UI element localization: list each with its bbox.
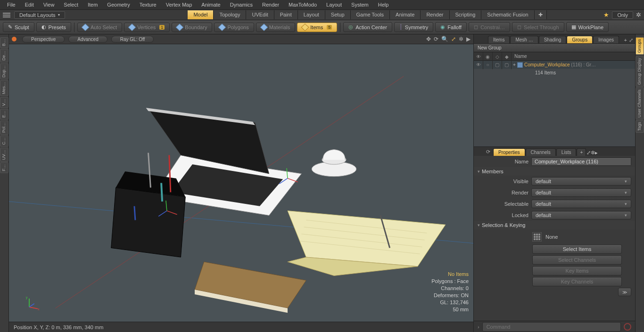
name-field[interactable] — [531, 157, 631, 166]
members-section[interactable]: Members — [474, 167, 635, 176]
move-icon[interactable]: ✥ — [426, 36, 431, 42]
gear-icon[interactable]: ✲ — [636, 11, 641, 18]
next-icon[interactable]: ▶ — [466, 36, 471, 42]
strip-groups[interactable]: Groups — [636, 37, 644, 55]
vertices-button[interactable]: Vertices1 — [124, 23, 170, 32]
materials-button[interactable]: Materials — [256, 23, 296, 32]
menu-animate[interactable]: Animate — [197, 1, 224, 8]
selectable-dropdown[interactable]: default — [531, 200, 631, 208]
tab-model[interactable]: Model — [188, 10, 214, 19]
expand-icon[interactable]: ⤢ — [629, 37, 633, 43]
rtab-images[interactable]: Images — [593, 36, 619, 43]
zoom-icon[interactable]: 🔍 — [441, 36, 448, 42]
viewport-3d[interactable]: No Items Polygons : Face Channels: 0 Def… — [9, 44, 473, 322]
key-items-button[interactable]: Key Items — [532, 266, 622, 275]
row-select-icon[interactable]: ▢ — [493, 61, 502, 69]
selection-none[interactable]: None — [532, 232, 631, 242]
menu-maxtomodo[interactable]: MaxToModo — [284, 1, 321, 8]
new-group-button[interactable]: New Group — [474, 44, 635, 52]
strip-tags[interactable]: Tags — [636, 120, 644, 133]
action-center-button[interactable]: ◎Action Center — [343, 22, 392, 32]
selkey-section[interactable]: Selection & Keying — [474, 221, 635, 229]
strip-group-display[interactable]: Group Display — [636, 56, 644, 87]
strip-f[interactable]: F… — [0, 162, 8, 173]
tab-paint[interactable]: Paint — [274, 10, 298, 19]
tab-layout[interactable]: Layout — [298, 10, 325, 19]
key-channels-button[interactable]: Key Channels — [532, 277, 622, 286]
sculpt-button[interactable]: ✎Sculpt — [3, 22, 34, 32]
menu-select[interactable]: Select — [59, 1, 83, 8]
ptab-lists[interactable]: Lists — [556, 148, 577, 156]
tab-gametools[interactable]: Game Tools — [351, 10, 390, 19]
select-items-button[interactable]: Select Items — [532, 244, 622, 254]
menu-view[interactable]: View — [39, 1, 59, 8]
tab-uvedit[interactable]: UVEdit — [246, 10, 274, 19]
workplane-button[interactable]: ▦WorkPlane — [566, 22, 609, 32]
col-select-icon[interactable]: ◇ — [493, 52, 502, 61]
rtab-mesh[interactable]: Mesh … — [510, 36, 538, 43]
menu-help[interactable]: Help — [374, 1, 393, 8]
items-list[interactable]: 👁 ○ ▢ ▢ + Computer_Workplace (116) : Gr…… — [474, 61, 635, 146]
col-lock-icon[interactable]: ◆ — [502, 52, 512, 61]
ptab-add[interactable]: + — [577, 148, 586, 156]
menu-layout[interactable]: Layout — [322, 1, 346, 8]
auto-select-button[interactable]: Auto Select — [77, 23, 122, 32]
fit-icon[interactable]: ⤢ — [451, 36, 456, 42]
locked-dropdown[interactable]: default — [531, 211, 631, 219]
layout-menu-icon[interactable] — [3, 13, 10, 17]
menu-dynamics[interactable]: Dynamics — [226, 1, 257, 8]
rtab-items[interactable]: Items — [488, 36, 510, 43]
tab-animate[interactable]: Animate — [390, 10, 421, 19]
tab-scripting[interactable]: Scripting — [450, 10, 482, 19]
col-render-icon[interactable]: ◉ — [483, 52, 493, 61]
menu-file[interactable]: File — [3, 1, 20, 8]
strip-deform[interactable]: De… — [0, 49, 8, 63]
items-button[interactable]: Items5 — [297, 23, 337, 32]
select-channels-button[interactable]: Select Channels — [532, 255, 622, 265]
tab-setup[interactable]: Setup — [325, 10, 351, 19]
viewport-mode-dropdown[interactable]: Perspective — [22, 36, 65, 43]
expand-icon[interactable]: ⤢ — [586, 150, 591, 155]
axis-widget[interactable]: y x — [25, 294, 42, 311]
forward-button[interactable]: ≫ — [618, 288, 631, 296]
ptab-channels[interactable]: Channels — [526, 148, 556, 156]
menu-geometry[interactable]: Geometry — [103, 1, 134, 8]
tab-schematic[interactable]: Schematic Fusion — [481, 10, 534, 19]
expand-icon[interactable]: + — [512, 62, 517, 67]
rotate-icon[interactable]: ⟳ — [434, 36, 438, 42]
gear-icon[interactable]: ✲ — [591, 150, 595, 155]
strip-user-channels[interactable]: User Channels — [636, 88, 644, 120]
layouts-dropdown[interactable]: Default Layouts▾ — [14, 11, 65, 19]
tab-add[interactable]: ✚ — [535, 10, 547, 19]
tab-render[interactable]: Render — [421, 10, 449, 19]
only-toggle[interactable]: Only — [612, 11, 633, 19]
command-input[interactable] — [482, 322, 621, 332]
record-icon[interactable] — [624, 323, 631, 331]
viewport-raygl-dropdown[interactable]: Ray GL: Off — [111, 36, 154, 43]
polygons-button[interactable]: Polygons — [214, 23, 254, 32]
refresh-icon[interactable]: ⟳ — [483, 148, 493, 156]
viewport-shading-dropdown[interactable]: Advanced — [68, 36, 107, 43]
menu-render[interactable]: Render — [258, 1, 283, 8]
row-lock-icon[interactable]: ▢ — [502, 61, 512, 69]
strip-duplicate[interactable]: Dup… — [0, 64, 8, 80]
strip-mesh[interactable]: Mes… — [0, 80, 8, 96]
row-visible-icon[interactable]: 👁 — [474, 61, 483, 69]
strip-basic[interactable]: B… — [0, 37, 8, 48]
strip-vertex[interactable]: V… — [0, 97, 8, 108]
menu-system[interactable]: System — [347, 1, 373, 8]
falloff-button[interactable]: ◉Falloff — [435, 22, 467, 32]
menu-texture[interactable]: Texture — [135, 1, 161, 8]
ptab-properties[interactable]: Properties — [493, 148, 525, 156]
menu-item[interactable]: Item — [83, 1, 102, 8]
constrain-button[interactable]: ◻Constrai… — [469, 22, 510, 32]
gear-icon[interactable]: ✲ — [459, 36, 463, 42]
strip-edge[interactable]: E… — [0, 109, 8, 120]
symmetry-button[interactable]: ┆Symmetry — [394, 22, 434, 32]
col-visible-icon[interactable]: 👁 — [474, 52, 483, 61]
close-icon[interactable]: ▸ — [595, 150, 598, 155]
visible-dropdown[interactable]: default — [531, 177, 631, 186]
list-item[interactable]: 👁 ○ ▢ ▢ + Computer_Workplace (116) : Gr… — [474, 61, 635, 69]
rtab-shading[interactable]: Shading — [539, 36, 567, 43]
strip-uv[interactable]: UV… — [0, 148, 8, 162]
